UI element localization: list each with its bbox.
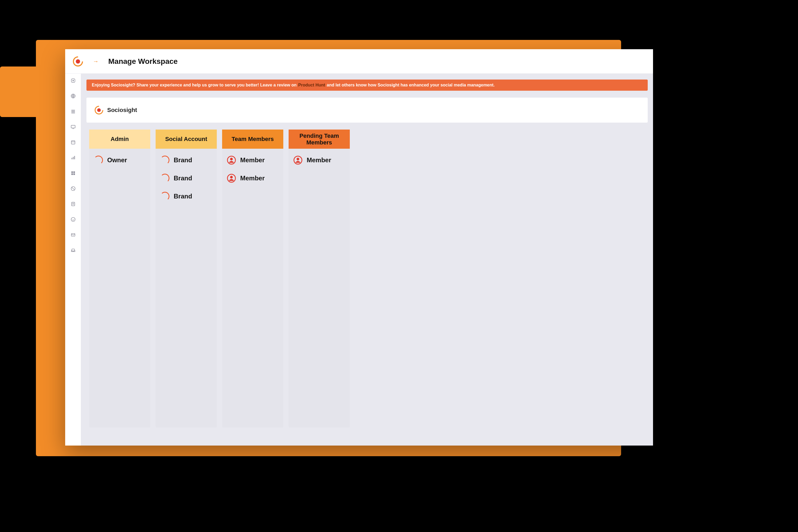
svg-rect-15	[71, 171, 73, 173]
svg-rect-17	[71, 173, 73, 175]
loading-spinner-icon	[160, 192, 169, 201]
svg-rect-8	[71, 125, 75, 128]
svg-point-3	[72, 80, 74, 81]
sidebar-item-mail[interactable]	[70, 232, 76, 238]
main-content: Enjoying Sociosight? Share your experien…	[81, 74, 653, 445]
promo-banner-link[interactable]: Product Hunt	[298, 83, 325, 88]
svg-rect-6	[71, 111, 75, 112]
column-body: Owner	[89, 149, 150, 172]
sidebar-item-moderation[interactable]	[70, 185, 76, 192]
promo-banner: Enjoying Sociosight? Share your experien…	[87, 79, 648, 91]
column-entry-label: Member	[240, 174, 265, 182]
svg-rect-5	[71, 110, 75, 111]
sidebar	[65, 74, 81, 445]
column-entry[interactable]: Brand	[160, 192, 212, 201]
svg-rect-16	[73, 171, 75, 173]
column-entry[interactable]: Brand	[160, 174, 212, 183]
column-entry-label: Member	[240, 156, 265, 164]
sidebar-item-monitor[interactable]	[70, 124, 76, 130]
column-body: Member	[289, 149, 350, 172]
svg-point-33	[297, 158, 299, 160]
sidebar-item-calendar[interactable]	[70, 139, 76, 146]
column-entry-label: Brand	[174, 193, 192, 200]
breadcrumb-arrow-icon: →	[93, 58, 99, 65]
column-entry-label: Member	[307, 156, 331, 164]
column-body: MemberMember	[222, 149, 283, 190]
topbar: → Manage Workspace	[65, 49, 653, 74]
column-entry-label: Brand	[174, 156, 192, 164]
svg-point-27	[97, 108, 101, 112]
svg-rect-18	[73, 173, 75, 175]
svg-rect-14	[74, 156, 75, 159]
sidebar-item-drafts[interactable]	[70, 201, 76, 207]
workspace-column: Team MembersMemberMember	[222, 130, 283, 428]
workspace-logo-icon	[94, 106, 103, 115]
sidebar-item-whatsapp[interactable]	[70, 216, 76, 223]
sidebar-item-inbox[interactable]	[70, 247, 76, 253]
sidebar-item-ai[interactable]	[70, 170, 76, 176]
app-window: → Manage Workspace Enjoying Sociosight? …	[65, 49, 653, 445]
column-entry-label: Brand	[174, 174, 192, 182]
column-entry-label: Owner	[107, 156, 127, 164]
column-header: Pending Team Members	[289, 130, 350, 149]
sidebar-item-analytics[interactable]	[70, 155, 76, 161]
loading-spinner-icon	[160, 174, 169, 183]
svg-point-1	[76, 59, 80, 63]
workspace-column: Pending Team MembersMember	[289, 130, 350, 428]
svg-rect-7	[71, 113, 75, 113]
column-entry[interactable]: Owner	[94, 156, 146, 165]
column-entry[interactable]: Member	[293, 156, 345, 165]
svg-point-31	[230, 176, 233, 178]
column-entry[interactable]: Member	[227, 174, 279, 183]
workspace-column: Social AccountBrandBrandBrand	[156, 130, 217, 428]
svg-rect-9	[72, 129, 74, 129]
svg-point-29	[230, 158, 233, 160]
workspace-column: AdminOwner	[89, 130, 150, 428]
workspace-name: Sociosight	[107, 107, 137, 114]
workspace-card: Sociosight	[87, 98, 648, 122]
column-entry[interactable]: Member	[227, 156, 279, 165]
sidebar-item-list[interactable]	[70, 108, 76, 115]
promo-banner-pre: Enjoying Sociosight? Share your experien…	[92, 83, 297, 88]
column-header: Team Members	[222, 130, 283, 149]
loading-spinner-icon	[94, 156, 103, 165]
user-avatar-icon	[227, 156, 236, 165]
user-avatar-icon	[293, 156, 302, 165]
column-body: BrandBrandBrand	[156, 149, 217, 208]
column-header: Social Account	[156, 130, 217, 149]
app-logo-icon	[73, 56, 83, 67]
svg-point-24	[71, 217, 75, 222]
workspace-columns: AdminOwnerSocial AccountBrandBrandBrandT…	[81, 130, 653, 435]
column-header: Admin	[89, 130, 150, 149]
loading-spinner-icon	[160, 156, 169, 165]
column-entry[interactable]: Brand	[160, 156, 212, 165]
page-title: Manage Workspace	[108, 57, 178, 66]
svg-rect-12	[72, 158, 72, 159]
svg-rect-10	[71, 141, 75, 144]
svg-rect-13	[73, 157, 74, 159]
sidebar-item-brand[interactable]	[70, 77, 76, 84]
svg-line-20	[72, 187, 75, 190]
sidebar-item-globe[interactable]	[70, 93, 76, 99]
user-avatar-icon	[227, 174, 236, 183]
promo-banner-post: and let others know how Sociosight has e…	[327, 83, 494, 88]
